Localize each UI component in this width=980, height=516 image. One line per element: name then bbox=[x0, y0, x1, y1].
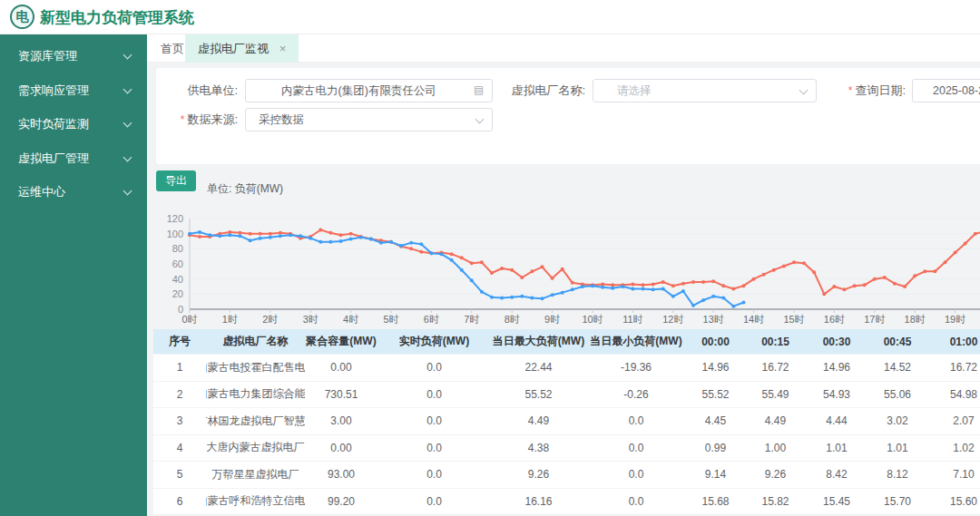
table-cell: 广林国龙虚拟电厂智慧... bbox=[206, 408, 305, 435]
red_series-point bbox=[671, 284, 675, 287]
red_series-point bbox=[328, 231, 332, 235]
y-axis-tick-label: 40 bbox=[172, 274, 183, 285]
red_series-point bbox=[903, 285, 906, 288]
table-cell: 5 bbox=[153, 462, 206, 489]
sidebar-item-1[interactable]: 资源库管理 bbox=[0, 45, 147, 67]
red_series-point bbox=[561, 268, 564, 271]
table-row[interactable]: 4大唐内蒙古虚拟电厂0.000.04.380.00.991.001.011.01… bbox=[153, 435, 980, 462]
table-row[interactable]: 5万帮星星虚拟电厂93.000.09.260.09.149.268.428.12… bbox=[153, 462, 980, 489]
table-cell: 0.99 bbox=[686, 435, 745, 462]
table-cell: 55.06 bbox=[867, 382, 927, 409]
load-line-chart: 0204060801001200时1时2时3时4时5时6时7时8时9时10时11… bbox=[147, 195, 980, 333]
table-cell: 2 bbox=[153, 382, 206, 409]
vpp-name-select[interactable] bbox=[593, 79, 817, 102]
chevron-down-icon bbox=[123, 119, 132, 128]
red_series-point bbox=[752, 277, 756, 281]
blue_series-point bbox=[279, 234, 282, 238]
red_series-point bbox=[944, 260, 947, 264]
table-cell: 9.14 bbox=[686, 462, 745, 489]
sidebar-item-5[interactable]: 运维中心 bbox=[0, 181, 147, 203]
table-cell: -0.26 bbox=[586, 382, 686, 409]
blue_series-point bbox=[631, 287, 634, 291]
table-cell: 1.01 bbox=[806, 435, 867, 462]
column-header: 序号 bbox=[153, 329, 206, 355]
column-header: 00:15 bbox=[745, 329, 806, 355]
sidebar-item-2[interactable]: 需求响应管理 bbox=[0, 80, 147, 102]
red_series-point bbox=[652, 283, 655, 287]
red_series-point bbox=[772, 268, 776, 272]
x-axis-tick-label: 1时 bbox=[222, 314, 238, 325]
blue_series-point bbox=[551, 293, 554, 297]
red_series-point bbox=[349, 232, 353, 236]
blue_series-point bbox=[389, 240, 393, 244]
red_series-point bbox=[662, 280, 665, 284]
data-source-select[interactable] bbox=[245, 108, 493, 131]
blue_series-point bbox=[490, 296, 494, 299]
x-axis-tick-label: 10时 bbox=[582, 314, 603, 325]
column-header: 实时负荷(MW) bbox=[377, 329, 491, 355]
table-cell: 9.26 bbox=[745, 462, 806, 489]
blue_series-point bbox=[259, 237, 262, 240]
table-cell: 1.01 bbox=[867, 435, 927, 462]
red_series-point bbox=[500, 267, 504, 270]
required-asterisk: * bbox=[181, 113, 185, 126]
red_series-point bbox=[913, 274, 916, 277]
x-axis-tick-label: 15时 bbox=[783, 314, 804, 325]
red_series-point bbox=[933, 269, 936, 273]
table-cell: 3 bbox=[153, 408, 206, 435]
y-axis-tick-label: 120 bbox=[167, 213, 183, 224]
table-cell: 0.0 bbox=[586, 408, 686, 435]
table-row[interactable]: 2内蒙古电力集团综合能...730.510.055.52-0.2655.5255… bbox=[153, 382, 980, 409]
blue_series-point bbox=[581, 285, 584, 288]
tab-vpp-monitor[interactable]: 虚拟电厂监视 × bbox=[185, 34, 299, 63]
y-axis-tick-label: 80 bbox=[172, 243, 183, 254]
table-row[interactable]: 3广林国龙虚拟电厂智慧...3.000.04.490.04.454.494.44… bbox=[153, 408, 980, 435]
table-cell: 内蒙古呼和浩特立信电... bbox=[206, 489, 305, 516]
export-button[interactable]: 导出 bbox=[156, 170, 196, 191]
red_series-point bbox=[419, 250, 423, 254]
blue_series-point bbox=[419, 242, 423, 246]
table-cell: 0.0 bbox=[377, 462, 491, 489]
column-header: 当日最小负荷(MW) bbox=[586, 329, 686, 355]
blue_series-point bbox=[228, 233, 231, 237]
column-header: 01:00 bbox=[927, 329, 980, 355]
red_series-point bbox=[731, 287, 735, 291]
table-cell: 1 bbox=[153, 355, 206, 382]
table-cell: 0.0 bbox=[377, 489, 491, 516]
table-cell: 14.96 bbox=[806, 355, 867, 382]
table-cell: 14.52 bbox=[867, 355, 927, 382]
table-cell: 0.0 bbox=[377, 382, 491, 409]
table-row[interactable]: 1内蒙古电投霍白配售电...0.000.022.44-19.3614.9616.… bbox=[153, 355, 980, 382]
table-cell: 1.00 bbox=[745, 435, 806, 462]
blue_series-point bbox=[652, 287, 655, 291]
blue_series-point bbox=[601, 286, 604, 289]
red_series-point bbox=[259, 232, 262, 236]
x-axis-tick-label: 7时 bbox=[464, 314, 479, 325]
sidebar-item-label: 资源库管理 bbox=[18, 49, 77, 63]
supply-unit-input[interactable] bbox=[245, 79, 493, 102]
x-axis-tick-label: 9时 bbox=[544, 314, 560, 325]
table-cell: 8.12 bbox=[867, 462, 927, 489]
table-cell: -19.36 bbox=[586, 355, 686, 382]
x-axis-tick-label: 8时 bbox=[505, 314, 520, 325]
sidebar-item-4[interactable]: 虚拟电厂管理 bbox=[0, 148, 147, 170]
x-axis-tick-label: 0时 bbox=[181, 314, 197, 325]
x-axis-tick-label: 12时 bbox=[662, 314, 683, 325]
chevron-down-icon bbox=[123, 51, 132, 60]
vpp-table: 序号虚拟电厂名称聚合容量(MW)实时负荷(MW)当日最大负荷(MW)当日最小负荷… bbox=[153, 329, 980, 515]
red_series-point bbox=[470, 261, 474, 265]
table-cell: 1.02 bbox=[927, 435, 980, 462]
tab-close-icon[interactable]: × bbox=[279, 42, 287, 55]
red_series-point bbox=[551, 277, 554, 280]
query-date-input[interactable] bbox=[912, 79, 980, 102]
table-cell: 0.0 bbox=[586, 435, 686, 462]
blue_series-point bbox=[591, 284, 594, 287]
query-date-label: *查询日期: bbox=[828, 80, 906, 102]
table-row[interactable]: 6内蒙古呼和浩特立信电...99.200.016.160.015.6815.82… bbox=[153, 489, 980, 516]
sidebar-item-3[interactable]: 实时负荷监测 bbox=[0, 113, 147, 135]
blue_series-point bbox=[500, 297, 504, 300]
chevron-down-icon bbox=[123, 152, 132, 161]
red_series-point bbox=[631, 283, 634, 287]
blue_series-point bbox=[379, 241, 383, 245]
blue_series-point bbox=[440, 252, 444, 256]
